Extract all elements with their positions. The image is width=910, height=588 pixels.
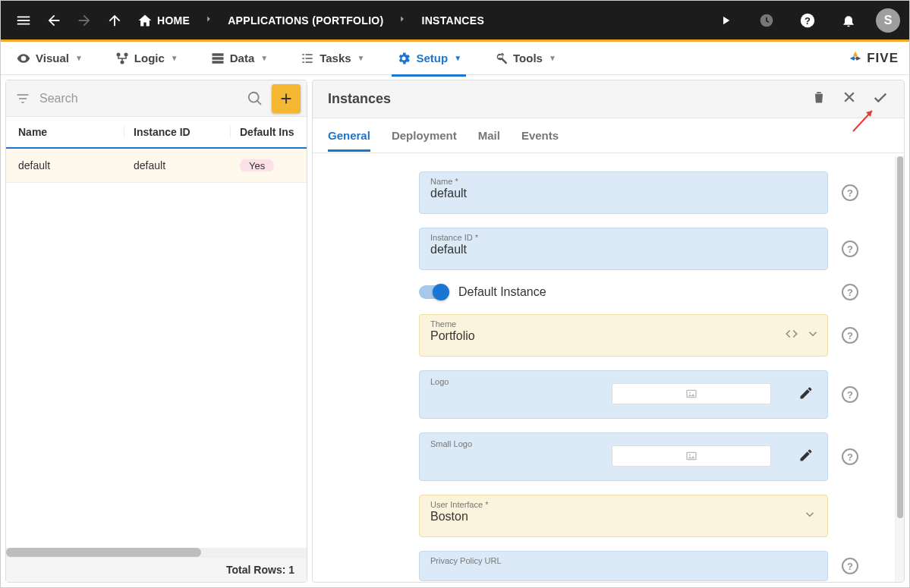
svg-point-4 — [120, 60, 124, 64]
brand-logo: FIVE — [847, 50, 899, 67]
breadcrumb-instances-label: INSTANCES — [421, 14, 484, 27]
table-row[interactable]: default default Yes — [6, 149, 307, 183]
svg-point-3 — [124, 52, 128, 56]
default-instance-label: Default Instance — [458, 285, 546, 299]
cell-default: Yes — [231, 159, 294, 171]
up-icon[interactable] — [101, 7, 128, 34]
breadcrumb-home-label: HOME — [157, 14, 190, 27]
tool-setup-label: Setup — [416, 52, 448, 64]
logo-field[interactable]: Logo — [419, 370, 828, 419]
horizontal-scrollbar[interactable] — [6, 548, 307, 557]
small-logo-preview — [612, 445, 771, 467]
privacy-label: Privacy Policy URL — [430, 556, 817, 565]
tool-visual[interactable]: Visual▼ — [11, 48, 87, 69]
svg-point-10 — [689, 454, 691, 456]
ui-value: Boston — [430, 510, 817, 524]
table-header: Name Instance ID Default Ins — [6, 117, 307, 149]
detail-tabs: General Deployment Mail Events — [313, 118, 904, 153]
theme-value: Portfolio — [430, 329, 817, 343]
search-icon[interactable] — [244, 90, 266, 107]
save-check-icon[interactable] — [872, 90, 889, 109]
chevron-right-icon — [392, 14, 412, 27]
theme-field[interactable]: Theme Portfolio — [419, 314, 828, 357]
help-icon[interactable]: ? — [842, 558, 858, 574]
help-icon[interactable]: ? — [842, 284, 858, 300]
tool-tools[interactable]: Tools▼ — [489, 48, 561, 69]
help-icon[interactable]: ? — [842, 184, 858, 201]
edit-icon[interactable] — [798, 385, 814, 404]
tab-mail[interactable]: Mail — [478, 120, 500, 151]
name-value: default — [430, 187, 817, 200]
instanceid-field[interactable]: Instance ID * default — [419, 228, 828, 270]
tool-data-label: Data — [230, 52, 255, 64]
help-icon[interactable]: ? — [842, 327, 858, 344]
close-icon[interactable] — [842, 90, 857, 109]
left-panel: Name Instance ID Default Ins default def… — [5, 80, 307, 583]
tool-logic[interactable]: Logic▼ — [110, 48, 183, 69]
ui-field[interactable]: User Interface * Boston — [419, 495, 828, 537]
chevron-right-icon — [199, 14, 219, 27]
bell-icon[interactable] — [835, 7, 862, 34]
run-icon[interactable] — [712, 7, 739, 34]
breadcrumb-applications-label: APPLICATIONS (PORTFOLIO) — [228, 14, 383, 27]
instanceid-label: Instance ID * — [430, 233, 817, 242]
tool-tools-label: Tools — [513, 52, 543, 64]
chat-icon[interactable] — [753, 7, 780, 34]
chevron-down-icon[interactable] — [803, 508, 817, 524]
tab-general[interactable]: General — [328, 120, 370, 151]
toolbar: Visual▼ Logic▼ Data▼ Tasks▼ Setup▼ Tools… — [1, 42, 909, 75]
page-title: Instances — [328, 91, 391, 107]
edit-icon[interactable] — [798, 448, 814, 466]
small-logo-label: Small Logo — [430, 439, 472, 448]
col-default[interactable]: Default Ins — [231, 126, 294, 138]
table-footer: Total Rows: 1 — [6, 557, 307, 582]
col-name[interactable]: Name — [18, 126, 124, 138]
tab-deployment[interactable]: Deployment — [392, 120, 457, 151]
filter-icon[interactable] — [12, 91, 33, 106]
brand-text: FIVE — [867, 51, 899, 66]
col-instance-id[interactable]: Instance ID — [124, 126, 231, 138]
tool-setup[interactable]: Setup▼ — [392, 48, 466, 69]
topbar: HOME APPLICATIONS (PORTFOLIO) INSTANCES … — [1, 1, 909, 42]
small-logo-field[interactable]: Small Logo — [419, 432, 828, 481]
theme-label: Theme — [430, 319, 817, 329]
tool-logic-label: Logic — [134, 52, 165, 64]
add-button[interactable] — [272, 84, 301, 113]
cell-id: default — [124, 159, 231, 171]
tab-events[interactable]: Events — [521, 120, 559, 151]
svg-text:?: ? — [805, 14, 811, 26]
default-instance-toggle[interactable] — [419, 285, 448, 299]
vertical-scrollbar[interactable] — [895, 156, 904, 582]
tool-tasks[interactable]: Tasks▼ — [295, 48, 369, 69]
breadcrumb-home[interactable]: HOME — [131, 13, 196, 28]
cell-name: default — [18, 159, 124, 171]
chevron-down-icon[interactable] — [806, 327, 820, 344]
logo-label: Logo — [430, 377, 449, 386]
badge-yes: Yes — [240, 159, 274, 171]
search-input[interactable] — [39, 92, 238, 105]
help-icon[interactable]: ? — [794, 7, 821, 34]
code-icon[interactable] — [785, 327, 798, 344]
avatar-letter: S — [884, 14, 893, 27]
svg-point-2 — [116, 52, 120, 56]
avatar[interactable]: S — [876, 8, 900, 33]
breadcrumb-applications[interactable]: APPLICATIONS (PORTFOLIO) — [222, 14, 389, 27]
instanceid-value: default — [430, 243, 817, 256]
logo-preview — [612, 383, 771, 404]
delete-icon[interactable] — [811, 90, 827, 109]
tool-tasks-label: Tasks — [320, 52, 351, 64]
help-icon[interactable]: ? — [842, 386, 858, 403]
forward-icon — [71, 7, 98, 34]
tool-visual-label: Visual — [36, 52, 69, 64]
help-icon[interactable]: ? — [842, 241, 858, 257]
right-panel: Instances General Deployment Mail E — [312, 80, 905, 583]
name-field[interactable]: Name * default — [419, 171, 828, 214]
breadcrumb-instances[interactable]: INSTANCES — [415, 14, 490, 27]
svg-point-8 — [689, 392, 691, 394]
menu-icon[interactable] — [10, 7, 37, 34]
help-icon[interactable]: ? — [842, 448, 858, 465]
back-icon[interactable] — [40, 7, 68, 34]
tool-data[interactable]: Data▼ — [206, 48, 272, 69]
privacy-field[interactable]: Privacy Policy URL — [419, 551, 828, 581]
name-label: Name * — [430, 177, 817, 186]
